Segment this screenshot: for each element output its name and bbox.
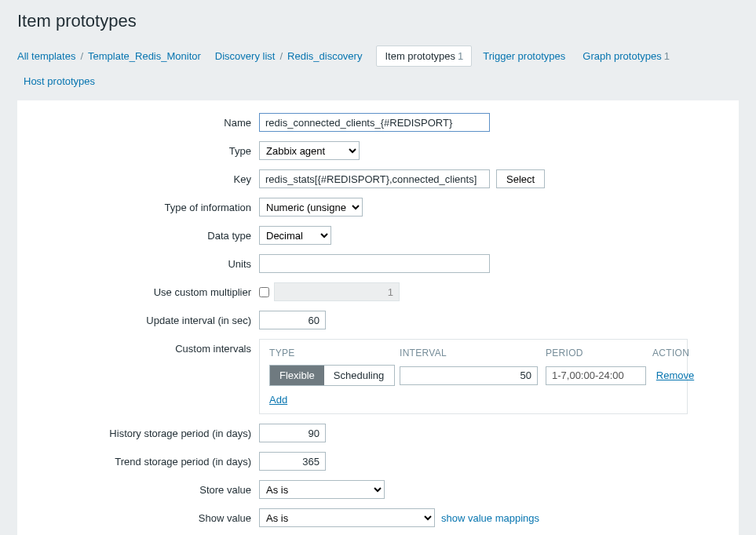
ci-hdr-type: TYPE	[269, 348, 395, 358]
crumb-sep: /	[279, 50, 283, 62]
crumb-all-templates[interactable]: All templates	[17, 50, 75, 62]
ci-hdr-action: ACTION	[652, 348, 698, 358]
crumb-trigger-prototypes[interactable]: Trigger prototypes	[483, 50, 565, 62]
history-input[interactable]	[259, 424, 326, 442]
crumb-graph-count: 1	[664, 50, 670, 62]
label-key: Key	[31, 169, 259, 185]
ci-hdr-period: PERIOD	[546, 348, 648, 358]
label-units: Units	[31, 254, 259, 270]
type-info-select[interactable]: Numeric (unsigned)	[259, 198, 363, 217]
crumb-template[interactable]: Template_Redis_Monitor	[88, 50, 201, 62]
multiplier-value-input	[274, 282, 400, 301]
ci-type-segmented: Flexible Scheduling	[269, 365, 395, 386]
data-type-select[interactable]: Decimal	[259, 226, 331, 245]
multiplier-checkbox[interactable]	[259, 287, 269, 297]
custom-intervals-box: TYPE INTERVAL PERIOD ACTION Flexible Sch…	[259, 339, 688, 414]
label-trend: Trend storage period (in days)	[31, 452, 259, 468]
label-store-value: Store value	[31, 480, 259, 496]
key-input[interactable]	[259, 169, 490, 188]
show-value-mappings-link[interactable]: show value mappings	[441, 512, 539, 524]
crumb-discovery[interactable]: Redis_discovery	[287, 50, 362, 62]
label-history: History storage period (in days)	[31, 424, 259, 439]
ci-scheduling-button[interactable]: Scheduling	[324, 366, 393, 385]
crumb-sep: /	[80, 50, 83, 62]
crumb-host-prototypes[interactable]: Host prototypes	[24, 75, 95, 87]
label-type: Type	[31, 141, 259, 157]
ci-flexible-button[interactable]: Flexible	[270, 366, 324, 385]
ci-add-link[interactable]: Add	[269, 394, 287, 406]
units-input[interactable]	[259, 254, 490, 273]
update-interval-input[interactable]	[259, 311, 326, 329]
crumb-item-prototypes-count: 1	[458, 50, 463, 62]
trend-input[interactable]	[259, 452, 326, 471]
store-value-select[interactable]: As is	[259, 480, 385, 499]
ci-hdr-interval: INTERVAL	[400, 348, 541, 358]
select-button[interactable]: Select	[496, 169, 545, 188]
form-panel: Name Type Zabbix agent Key Select Type o…	[17, 100, 739, 535]
breadcrumb: All templates / Template_Redis_Monitor D…	[0, 35, 756, 100]
label-data-type: Data type	[31, 226, 259, 242]
type-select[interactable]: Zabbix agent	[259, 141, 360, 160]
label-type-info: Type of information	[31, 198, 259, 213]
ci-period-input[interactable]	[546, 366, 646, 385]
show-value-select[interactable]: As is	[259, 508, 435, 527]
ci-remove-link[interactable]: Remove	[652, 369, 698, 381]
crumb-item-prototypes-current: Item prototypes 1	[376, 45, 472, 67]
label-update-interval: Update interval (in sec)	[31, 311, 259, 326]
label-show-value: Show value	[31, 508, 259, 524]
label-multiplier: Use custom multiplier	[31, 282, 259, 298]
label-custom-intervals: Custom intervals	[31, 339, 259, 355]
name-input[interactable]	[259, 113, 490, 132]
page-title: Item prototypes	[0, 0, 756, 35]
crumb-graph-prototypes[interactable]: Graph prototypes	[583, 50, 661, 62]
label-name: Name	[31, 113, 259, 129]
ci-interval-input[interactable]	[400, 366, 538, 385]
crumb-item-prototypes-label: Item prototypes	[385, 50, 455, 62]
crumb-discovery-list[interactable]: Discovery list	[215, 50, 276, 62]
